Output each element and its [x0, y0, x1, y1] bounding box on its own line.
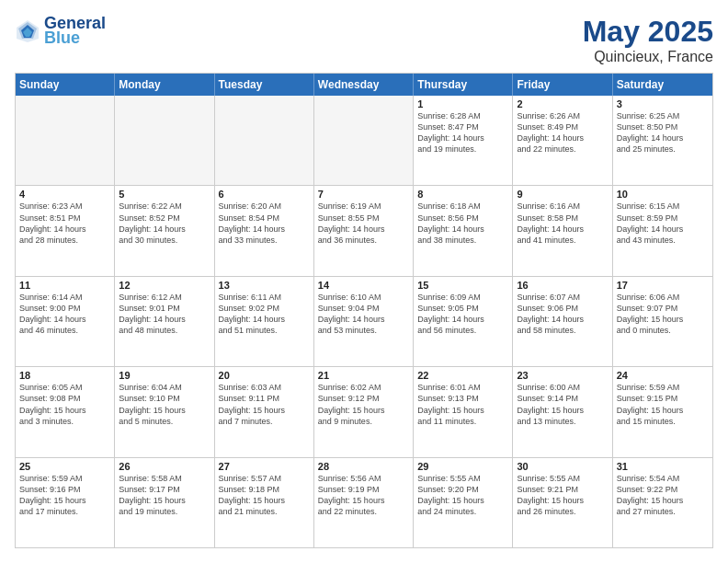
calendar-cell: 11Sunrise: 6:14 AMSunset: 9:00 PMDayligh… [16, 277, 115, 366]
calendar-row-2: 11Sunrise: 6:14 AMSunset: 9:00 PMDayligh… [16, 277, 712, 367]
calendar-body: 1Sunrise: 6:28 AMSunset: 8:47 PMDaylight… [16, 96, 712, 547]
calendar-cell: 13Sunrise: 6:11 AMSunset: 9:02 PMDayligh… [215, 277, 314, 366]
cell-detail: Sunrise: 6:19 AMSunset: 8:55 PMDaylight:… [318, 201, 409, 246]
calendar-cell: 29Sunrise: 5:55 AMSunset: 9:20 PMDayligh… [414, 458, 513, 547]
cell-detail: Sunrise: 5:56 AMSunset: 9:19 PMDaylight:… [318, 473, 409, 518]
day-name-thursday: Thursday [414, 74, 513, 96]
day-number: 16 [517, 280, 608, 291]
calendar-cell: 31Sunrise: 5:54 AMSunset: 9:22 PMDayligh… [613, 458, 712, 547]
day-number: 3 [617, 98, 709, 109]
cell-detail: Sunrise: 5:55 AMSunset: 9:21 PMDaylight:… [517, 473, 608, 518]
cell-detail: Sunrise: 5:54 AMSunset: 9:22 PMDaylight:… [617, 473, 709, 518]
calendar-cell: 7Sunrise: 6:19 AMSunset: 8:55 PMDaylight… [314, 186, 414, 275]
calendar-cell [215, 96, 314, 185]
location: Quincieux, France [583, 49, 713, 65]
calendar-cell: 15Sunrise: 6:09 AMSunset: 9:05 PMDayligh… [414, 277, 513, 366]
day-number: 25 [19, 461, 110, 472]
cell-detail: Sunrise: 6:20 AMSunset: 8:54 PMDaylight:… [219, 201, 310, 246]
cell-detail: Sunrise: 6:10 AMSunset: 9:04 PMDaylight:… [318, 292, 409, 337]
cell-detail: Sunrise: 6:14 AMSunset: 9:00 PMDaylight:… [19, 292, 110, 337]
calendar-cell: 9Sunrise: 6:16 AMSunset: 8:58 PMDaylight… [513, 186, 612, 275]
calendar-cell: 25Sunrise: 5:59 AMSunset: 9:16 PMDayligh… [16, 458, 115, 547]
day-number: 31 [617, 461, 709, 472]
day-number: 13 [219, 280, 310, 291]
page: General Blue May 2025 Quincieux, France … [0, 0, 728, 563]
cell-detail: Sunrise: 6:00 AMSunset: 9:14 PMDaylight:… [517, 382, 608, 427]
calendar-cell: 30Sunrise: 5:55 AMSunset: 9:21 PMDayligh… [513, 458, 612, 547]
day-number: 24 [617, 370, 709, 381]
day-number: 8 [417, 189, 508, 200]
day-number: 17 [617, 280, 709, 291]
calendar-cell: 4Sunrise: 6:23 AMSunset: 8:51 PMDaylight… [16, 186, 115, 275]
cell-detail: Sunrise: 5:58 AMSunset: 9:17 PMDaylight:… [119, 473, 210, 518]
calendar-cell: 18Sunrise: 6:05 AMSunset: 9:08 PMDayligh… [16, 367, 115, 456]
cell-detail: Sunrise: 5:59 AMSunset: 9:16 PMDaylight:… [19, 473, 110, 518]
calendar: SundayMondayTuesdayWednesdayThursdayFrid… [15, 73, 713, 548]
cell-detail: Sunrise: 6:26 AMSunset: 8:49 PMDaylight:… [517, 110, 608, 155]
day-number: 5 [119, 189, 210, 200]
day-number: 23 [517, 370, 608, 381]
day-number: 22 [417, 370, 508, 381]
calendar-cell: 17Sunrise: 6:06 AMSunset: 9:07 PMDayligh… [613, 277, 712, 366]
calendar-cell [314, 96, 414, 185]
month-title: May 2025 [583, 15, 713, 49]
day-number: 4 [19, 189, 110, 200]
calendar-cell: 14Sunrise: 6:10 AMSunset: 9:04 PMDayligh… [314, 277, 414, 366]
cell-detail: Sunrise: 5:55 AMSunset: 9:20 PMDaylight:… [417, 473, 508, 518]
day-number: 20 [219, 370, 310, 381]
cell-detail: Sunrise: 5:57 AMSunset: 9:18 PMDaylight:… [219, 473, 310, 518]
calendar-cell: 22Sunrise: 6:01 AMSunset: 9:13 PMDayligh… [414, 367, 513, 456]
day-number: 26 [119, 461, 210, 472]
calendar-cell: 21Sunrise: 6:02 AMSunset: 9:12 PMDayligh… [314, 367, 414, 456]
day-number: 1 [417, 98, 508, 109]
day-number: 18 [19, 370, 110, 381]
day-name-sunday: Sunday [16, 74, 115, 96]
calendar-cell: 19Sunrise: 6:04 AMSunset: 9:10 PMDayligh… [115, 367, 214, 456]
calendar-cell: 27Sunrise: 5:57 AMSunset: 9:18 PMDayligh… [215, 458, 314, 547]
cell-detail: Sunrise: 6:06 AMSunset: 9:07 PMDaylight:… [617, 292, 709, 337]
calendar-cell: 24Sunrise: 5:59 AMSunset: 9:15 PMDayligh… [613, 367, 712, 456]
cell-detail: Sunrise: 6:12 AMSunset: 9:01 PMDaylight:… [119, 292, 210, 337]
calendar-cell [16, 96, 115, 185]
calendar-cell: 12Sunrise: 6:12 AMSunset: 9:01 PMDayligh… [115, 277, 214, 366]
day-name-saturday: Saturday [613, 74, 712, 96]
calendar-cell: 1Sunrise: 6:28 AMSunset: 8:47 PMDaylight… [414, 96, 513, 185]
cell-detail: Sunrise: 6:01 AMSunset: 9:13 PMDaylight:… [417, 382, 508, 427]
logo-text: General Blue [44, 15, 106, 48]
calendar-cell: 2Sunrise: 6:26 AMSunset: 8:49 PMDaylight… [513, 96, 612, 185]
header: General Blue May 2025 Quincieux, France [15, 15, 713, 65]
day-name-monday: Monday [115, 74, 214, 96]
day-number: 21 [318, 370, 409, 381]
calendar-cell: 20Sunrise: 6:03 AMSunset: 9:11 PMDayligh… [215, 367, 314, 456]
calendar-cell: 16Sunrise: 6:07 AMSunset: 9:06 PMDayligh… [513, 277, 612, 366]
cell-detail: Sunrise: 6:05 AMSunset: 9:08 PMDaylight:… [19, 382, 110, 427]
cell-detail: Sunrise: 6:22 AMSunset: 8:52 PMDaylight:… [119, 201, 210, 246]
day-name-friday: Friday [513, 74, 612, 96]
day-number: 6 [219, 189, 310, 200]
calendar-cell: 10Sunrise: 6:15 AMSunset: 8:59 PMDayligh… [613, 186, 712, 275]
calendar-cell [115, 96, 214, 185]
day-name-wednesday: Wednesday [314, 74, 414, 96]
calendar-cell: 5Sunrise: 6:22 AMSunset: 8:52 PMDaylight… [115, 186, 214, 275]
day-number: 30 [517, 461, 608, 472]
day-number: 15 [417, 280, 508, 291]
calendar-cell: 3Sunrise: 6:25 AMSunset: 8:50 PMDaylight… [613, 96, 712, 185]
calendar-row-3: 18Sunrise: 6:05 AMSunset: 9:08 PMDayligh… [16, 367, 712, 457]
cell-detail: Sunrise: 6:28 AMSunset: 8:47 PMDaylight:… [417, 110, 508, 155]
day-number: 27 [219, 461, 310, 472]
day-number: 2 [517, 98, 608, 109]
day-name-tuesday: Tuesday [215, 74, 314, 96]
calendar-row-0: 1Sunrise: 6:28 AMSunset: 8:47 PMDaylight… [16, 96, 712, 186]
calendar-cell: 6Sunrise: 6:20 AMSunset: 8:54 PMDaylight… [215, 186, 314, 275]
logo-icon [15, 18, 40, 44]
calendar-header: SundayMondayTuesdayWednesdayThursdayFrid… [16, 74, 712, 96]
cell-detail: Sunrise: 6:09 AMSunset: 9:05 PMDaylight:… [417, 292, 508, 337]
day-number: 10 [617, 189, 709, 200]
cell-detail: Sunrise: 6:18 AMSunset: 8:56 PMDaylight:… [417, 201, 508, 246]
cell-detail: Sunrise: 5:59 AMSunset: 9:15 PMDaylight:… [617, 382, 709, 427]
cell-detail: Sunrise: 6:03 AMSunset: 9:11 PMDaylight:… [219, 382, 310, 427]
day-number: 7 [318, 189, 409, 200]
title-block: May 2025 Quincieux, France [583, 15, 713, 65]
cell-detail: Sunrise: 6:15 AMSunset: 8:59 PMDaylight:… [617, 201, 709, 246]
day-number: 28 [318, 461, 409, 472]
